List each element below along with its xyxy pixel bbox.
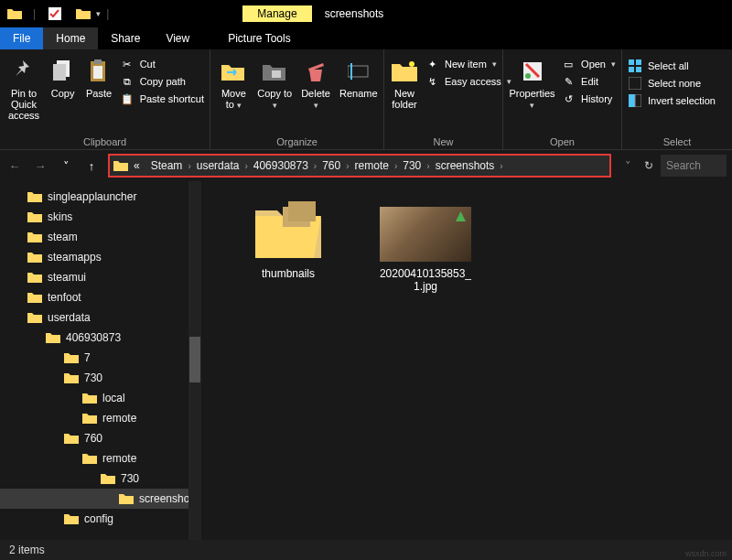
folder-icon: [82, 392, 97, 404]
pin-to-quick-access-button[interactable]: Pin to Quick access: [5, 53, 42, 121]
nav-back-button[interactable]: ←: [5, 159, 24, 173]
menu-home[interactable]: Home: [43, 27, 98, 49]
easy-access-button[interactable]: ↯Easy access ▾: [425, 74, 511, 89]
tree-item[interactable]: steamapps: [0, 247, 201, 267]
new-item-icon: ✦: [425, 57, 439, 71]
tree-item-label: config: [84, 512, 113, 525]
tree-item[interactable]: skins: [0, 207, 201, 227]
folder-icon: [27, 190, 42, 203]
contextual-tab-manage[interactable]: Manage: [242, 5, 311, 22]
menu-share[interactable]: Share: [98, 27, 153, 49]
breadcrumb-segment[interactable]: screenshots: [430, 159, 501, 172]
delete-button[interactable]: Delete ▾: [298, 53, 334, 111]
properties-icon: [518, 57, 547, 86]
tree-item[interactable]: remote: [0, 408, 201, 428]
refresh-button[interactable]: ↻: [644, 159, 653, 172]
nav-forward-button[interactable]: →: [31, 159, 49, 173]
copy-path-button[interactable]: ⧉Copy path: [120, 74, 204, 89]
breadcrumb-segment[interactable]: 760: [317, 159, 346, 172]
menu-view[interactable]: View: [153, 27, 202, 49]
rename-button[interactable]: Rename: [339, 53, 378, 99]
nav-recent-dropdown[interactable]: ˅: [57, 159, 75, 173]
folder-icon: [64, 351, 79, 364]
tree-item[interactable]: userdata: [0, 307, 201, 328]
open-button[interactable]: ▭Open ▾: [561, 57, 616, 71]
pin-icon: [9, 57, 38, 86]
paste-shortcut-icon: 📋: [120, 92, 135, 106]
folder-item-thumbnails[interactable]: thumbnails: [238, 198, 339, 280]
tree-item[interactable]: singleapplauncher: [0, 187, 201, 207]
menu-bar: File Home Share View Picture Tools: [0, 27, 732, 49]
folder-icon: [27, 271, 42, 284]
nav-up-button[interactable]: ↑: [82, 159, 101, 173]
paste-button[interactable]: Paste: [83, 53, 113, 99]
status-bar: 2 items: [0, 540, 732, 560]
folder-icon: [64, 372, 79, 384]
breadcrumb-segment[interactable]: 406930873: [248, 159, 314, 172]
chevron-right-icon: ›: [500, 161, 502, 171]
select-all-button[interactable]: Select all: [628, 59, 716, 73]
paste-shortcut-button[interactable]: 📋Paste shortcut: [120, 92, 204, 106]
copy-to-button[interactable]: Copy to ▾: [257, 53, 293, 111]
copy-icon: [48, 57, 78, 86]
delete-icon: [301, 57, 330, 86]
cut-icon: ✂: [120, 57, 135, 71]
tree-item[interactable]: 730: [0, 468, 201, 489]
breadcrumb-bar[interactable]: « Steam›userdata›406930873›760›remote›73…: [108, 154, 611, 178]
history-icon: ↺: [561, 92, 576, 106]
quick-access-dropdown-icon[interactable]: ▾: [96, 9, 101, 18]
ribbon-group-clipboard: Pin to Quick access Copy Paste ✂Cut ⧉Cop…: [0, 49, 210, 149]
tree-item[interactable]: remote: [0, 448, 201, 468]
breadcrumb-segment[interactable]: remote: [350, 159, 394, 172]
svg-rect-4: [94, 59, 102, 64]
breadcrumb-segment[interactable]: Steam: [145, 159, 188, 172]
address-bar-row: ← → ˅ ↑ « Steam›userdata›406930873›760›r…: [0, 150, 732, 181]
properties-button[interactable]: Properties ▾: [509, 53, 555, 111]
ribbon-group-select: Select all Select none Invert selection …: [622, 49, 732, 149]
tree-item[interactable]: 730: [0, 368, 201, 388]
edit-button[interactable]: ✎Edit: [561, 74, 616, 89]
select-none-button[interactable]: Select none: [628, 76, 716, 91]
tree-item-label: remote: [102, 452, 136, 465]
ribbon-group-open: Properties ▾ ▭Open ▾ ✎Edit ↺History Open: [503, 49, 622, 149]
search-input[interactable]: Search scre: [661, 155, 727, 177]
tree-item-label: remote: [102, 412, 136, 425]
tree-item-label: 406930873: [66, 331, 121, 344]
quick-access-folder-icon[interactable]: [76, 7, 96, 20]
tree-item[interactable]: config: [0, 509, 201, 529]
invert-selection-button[interactable]: Invert selection: [628, 93, 716, 108]
navigation-tree[interactable]: singleapplauncherskinssteamsteamappsstea…: [0, 181, 201, 540]
main-area: singleapplauncherskinssteamsteamappsstea…: [0, 181, 732, 540]
tree-item[interactable]: steamui: [0, 267, 201, 287]
address-dropdown-icon[interactable]: ˅: [619, 159, 637, 173]
breadcrumb-segment[interactable]: userdata: [191, 159, 245, 172]
tree-scrollbar[interactable]: [188, 181, 201, 540]
scrollbar-thumb[interactable]: [189, 337, 200, 382]
history-button[interactable]: ↺History: [561, 92, 616, 106]
item-label: 20200410135853_1.jpg: [375, 267, 476, 293]
folder-icon: [64, 512, 79, 525]
tree-item[interactable]: 7: [0, 348, 201, 368]
move-to-button[interactable]: Move to ▾: [216, 53, 252, 111]
copy-button[interactable]: Copy: [48, 53, 78, 99]
cut-button[interactable]: ✂Cut: [120, 57, 204, 71]
image-item-screenshot[interactable]: 20200410135853_1.jpg: [375, 198, 476, 293]
tree-item[interactable]: 406930873: [0, 328, 201, 348]
content-pane[interactable]: thumbnails 20200410135853_1.jpg: [201, 181, 732, 540]
quick-access-checkbox-icon[interactable]: [48, 7, 69, 20]
svg-rect-18: [635, 94, 641, 107]
new-item-button[interactable]: ✦New item ▾: [425, 57, 511, 71]
tree-item[interactable]: screenshots: [0, 489, 201, 509]
folder-icon: [82, 412, 97, 425]
menu-picture-tools[interactable]: Picture Tools: [215, 27, 303, 49]
tree-item[interactable]: local: [0, 388, 201, 408]
svg-rect-20: [288, 201, 316, 221]
folder-icon: [46, 331, 60, 344]
menu-file[interactable]: File: [0, 27, 43, 49]
new-folder-button[interactable]: New folder: [390, 53, 419, 110]
svg-rect-6: [272, 70, 281, 78]
tree-item[interactable]: tenfoot: [0, 287, 201, 307]
tree-item[interactable]: steam: [0, 227, 201, 247]
tree-item[interactable]: 760: [0, 428, 201, 448]
breadcrumb-segment[interactable]: 730: [397, 159, 426, 172]
